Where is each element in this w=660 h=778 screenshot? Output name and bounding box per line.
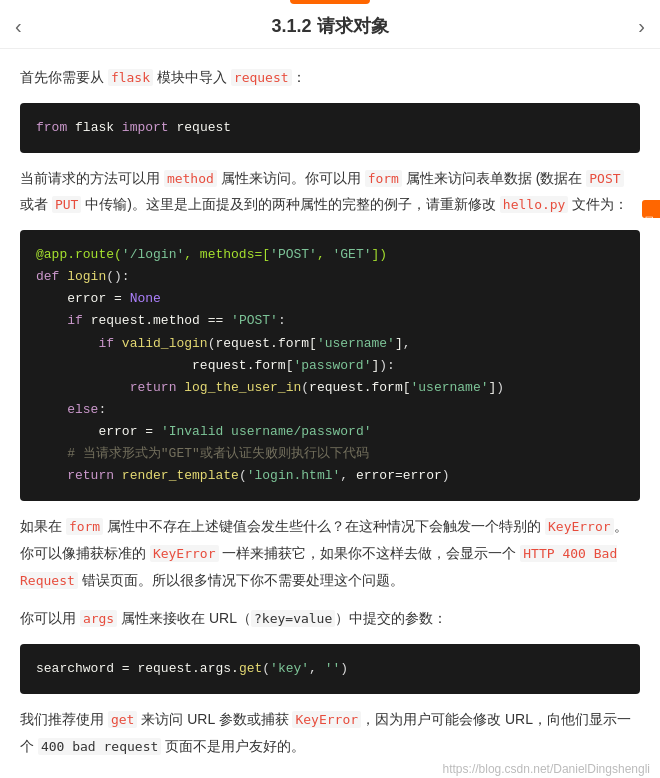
watermark: https://blog.csdn.net/DanielDingshengli <box>443 762 650 776</box>
paragraph-2: 当前请求的方法可以用 method 属性来访问。你可以用 form 属性来访问表… <box>20 165 640 218</box>
page-header: ‹ 3.1.2 请求对象 › <box>0 4 660 49</box>
code-block-2: @app.route('/login', methods=['POST', 'G… <box>20 230 640 501</box>
sidebar-tab[interactable]: 目录 <box>642 200 660 218</box>
paragraph-1: 首先你需要从 flask 模块中导入 request： <box>20 64 640 91</box>
prev-button[interactable]: ‹ <box>15 15 22 38</box>
main-content: 首先你需要从 flask 模块中导入 request： from flask i… <box>0 49 660 778</box>
page-title: 3.1.2 请求对象 <box>271 14 388 38</box>
code-block-3: searchword = request.args.get('key', '') <box>20 644 640 694</box>
paragraph-5: 我们推荐使用 get 来访问 URL 参数或捕获 KeyError，因为用户可能… <box>20 706 640 759</box>
paragraph-3: 如果在 form 属性中不存在上述键值会发生些什么？在这种情况下会触发一个特别的… <box>20 513 640 593</box>
next-button[interactable]: › <box>638 15 645 38</box>
paragraph-4: 你可以用 args 属性来接收在 URL（?key=value）中提交的参数： <box>20 605 640 632</box>
code-block-1: from flask import request <box>20 103 640 153</box>
